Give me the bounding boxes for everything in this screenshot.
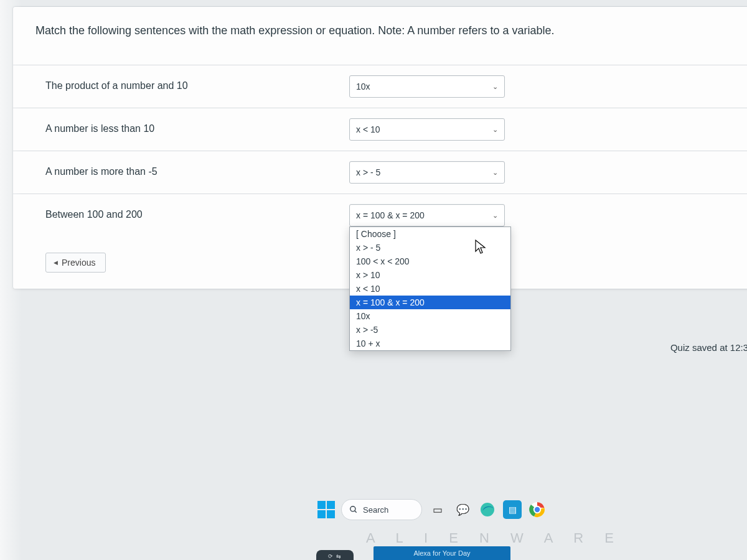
alexa-banner[interactable]: Alexa for Your Day (374, 546, 510, 560)
dropdown-option[interactable]: x < 10 (350, 282, 510, 296)
triangle-left-icon: ◀ (54, 259, 58, 266)
dropdown-option[interactable]: x > - 5 (350, 241, 510, 254)
match-row: The product of a number and 10 10x ⌄ (13, 65, 747, 108)
chevron-down-icon: ⌄ (492, 83, 498, 91)
windows-start-icon[interactable] (317, 501, 335, 518)
alienware-brand: A L I E N W A R E (366, 530, 622, 546)
chevron-down-icon: ⌄ (492, 169, 498, 177)
match-label: Between 100 and 200 (13, 194, 349, 235)
question-text: Match the following sentences with the m… (13, 7, 747, 65)
match-select-2[interactable]: x > - 5 ⌄ (349, 161, 505, 184)
quiz-saved-status: Quiz saved at 12:3 (670, 342, 747, 353)
dropdown-option[interactable]: 10 + x (350, 337, 510, 350)
match-row: A number is more than -5 x > - 5 ⌄ (13, 151, 747, 194)
bottom-widget[interactable]: ⟳ ⇆ (316, 550, 354, 560)
dropdown-option[interactable]: [ Choose ] (350, 227, 510, 241)
chat-icon[interactable]: 💬 (453, 500, 472, 519)
svg-line-1 (355, 511, 357, 513)
edge-icon[interactable] (478, 500, 497, 519)
svg-point-2 (481, 503, 494, 516)
dropdown-option-selected[interactable]: x = 100 & x = 200 (350, 296, 510, 309)
chevron-down-icon: ⌄ (492, 126, 498, 134)
match-label: A number is less than 10 (13, 108, 349, 149)
previous-button[interactable]: ◀ Previous (45, 253, 106, 273)
match-select-0[interactable]: 10x ⌄ (349, 75, 505, 98)
match-row: Between 100 and 200 x = 100 & x = 200 ⌄ … (13, 194, 747, 236)
select-value: 10x (356, 82, 370, 91)
dropdown-option[interactable]: 10x (350, 309, 510, 323)
select-value: x < 10 (356, 124, 380, 134)
match-select-3[interactable]: x = 100 & x = 200 ⌄ (349, 204, 505, 226)
dropdown-option[interactable]: x > -5 (350, 323, 510, 337)
quiz-card: Match the following sentences with the m… (12, 6, 747, 289)
dropdown-option[interactable]: x > 10 (350, 268, 510, 282)
dropdown-option[interactable]: 100 < x < 200 (350, 254, 510, 268)
dropdown-listbox[interactable]: [ Choose ] x > - 5 100 < x < 200 x > 10 … (349, 226, 511, 351)
select-value: x = 100 & x = 200 (356, 210, 425, 220)
taskbar-search-placeholder: Search (363, 505, 388, 515)
match-label: The product of a number and 10 (13, 65, 349, 106)
match-select-1[interactable]: x < 10 ⌄ (349, 118, 505, 141)
chrome-icon[interactable] (528, 500, 547, 519)
store-icon[interactable]: ▤ (503, 500, 522, 519)
previous-button-label: Previous (62, 258, 95, 268)
windows-taskbar: Search ▭ 💬 ▤ (317, 499, 547, 520)
select-value: x > - 5 (356, 167, 380, 177)
task-view-icon[interactable]: ▭ (428, 500, 447, 519)
svg-point-0 (350, 506, 355, 511)
search-icon (349, 505, 358, 514)
match-row: A number is less than 10 x < 10 ⌄ (13, 108, 747, 151)
chevron-down-icon: ⌄ (492, 212, 498, 220)
match-label: A number is more than -5 (13, 151, 349, 192)
taskbar-search[interactable]: Search (341, 499, 422, 520)
